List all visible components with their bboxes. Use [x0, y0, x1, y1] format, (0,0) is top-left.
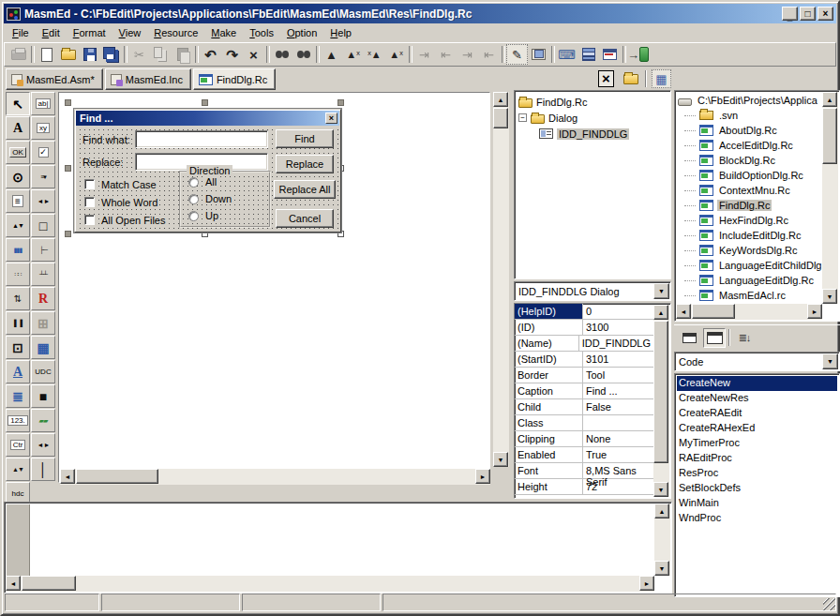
selection-handle[interactable]: [202, 99, 208, 106]
tab-finddlg-rc[interactable]: FindDlg.Rc: [193, 68, 276, 90]
tab-masmed-asm[interactable]: MasmEd.Asm*: [6, 68, 103, 90]
radio-icon[interactable]: [188, 194, 199, 204]
replace-button[interactable]: Replace: [276, 155, 334, 173]
copy-button[interactable]: [150, 44, 172, 65]
scroll-thumb[interactable]: [22, 576, 76, 591]
scroll-up-icon[interactable]: ▲: [653, 305, 668, 320]
resource-tree-root[interactable]: FindDlg.Rc: [518, 94, 670, 110]
trackbar-tool[interactable]: ┴┴: [31, 263, 55, 286]
comment-button[interactable]: ⇥: [457, 44, 478, 65]
project-file-item[interactable]: ContextMnu.Rc: [678, 183, 818, 198]
menu-item[interactable]: Option: [280, 25, 323, 40]
menu-item[interactable]: Format: [67, 25, 112, 40]
chevron-down-icon[interactable]: ▼: [653, 283, 669, 299]
designed-dialog-body[interactable]: Find what: Find Replace: Replace Match C…: [76, 126, 339, 231]
procedure-item[interactable]: WinMain: [677, 496, 837, 511]
folder-up-button[interactable]: [621, 69, 640, 88]
updown-tool[interactable]: ▲▼: [6, 214, 30, 237]
scroll-left-icon[interactable]: ◄: [60, 469, 75, 484]
undo-button[interactable]: ↶: [200, 44, 221, 65]
property-row[interactable]: Enabled True: [515, 447, 670, 463]
scroll-up-icon[interactable]: ▲: [654, 503, 669, 518]
property-row[interactable]: Font 8,MS Sans Serif: [515, 463, 670, 479]
property-row[interactable]: Caption Find ...: [515, 383, 670, 399]
project-file-item[interactable]: AboutDlg.Rc: [678, 123, 818, 138]
editbox-tool[interactable]: ab|: [31, 92, 55, 115]
output-vertical-scrollbar[interactable]: ▲ ▼: [654, 503, 670, 576]
print-button[interactable]: [8, 44, 29, 65]
project-file-item[interactable]: BuildOptionDlg.Rc: [678, 168, 818, 183]
property-value[interactable]: Find ...: [583, 383, 653, 399]
listbox-tool[interactable]: ≡: [6, 189, 30, 213]
project-file-item[interactable]: BlockDlg.Rc: [678, 153, 818, 168]
picture-tool[interactable]: ■: [31, 384, 55, 408]
bookmark-next-button[interactable]: ▲ˣ: [342, 44, 364, 65]
designer-surface[interactable]: Find ... × Find what: Find Replace: Repl…: [58, 92, 490, 483]
property-value[interactable]: True: [583, 447, 653, 463]
canvas-vertical-scrollbar[interactable]: ▲ ▼: [493, 92, 509, 467]
menu-item[interactable]: Help: [323, 25, 358, 40]
direction-radio[interactable]: Down: [188, 191, 269, 206]
canvas-horizontal-scrollbar[interactable]: ◄ ►: [60, 469, 490, 485]
vscrollbar-tool[interactable]: ▲▼: [6, 458, 30, 481]
code-category-combobox[interactable]: Code ▼: [674, 352, 840, 371]
checkbox-icon[interactable]: [84, 215, 95, 225]
procedure-item[interactable]: SetBlockDefs: [677, 481, 837, 496]
scroll-thumb[interactable]: [493, 108, 508, 128]
bookmark-clear-button[interactable]: ▲ˣ: [385, 44, 407, 65]
radio-icon[interactable]: [188, 177, 199, 188]
groupbox-tool[interactable]: xy: [31, 116, 55, 140]
property-value[interactable]: [583, 415, 653, 431]
cut-button[interactable]: ✂: [128, 44, 150, 65]
menu-item[interactable]: Edit: [36, 25, 67, 40]
selection-handle[interactable]: [65, 99, 71, 106]
uncomment-button[interactable]: ⇤: [478, 44, 500, 65]
scroll-up-icon[interactable]: ▲: [493, 92, 508, 107]
menu-item[interactable]: File: [6, 25, 36, 40]
property-value[interactable]: 3101: [583, 352, 653, 368]
bookmark-prev-button[interactable]: ˣ▲: [364, 44, 385, 65]
resource-tree-dialog-node[interactable]: − Dialog: [518, 110, 670, 126]
combobox-tool[interactable]: ≡▾: [31, 165, 55, 188]
selection-handle[interactable]: [338, 99, 344, 106]
procedure-item[interactable]: CreateRAEdit: [677, 406, 837, 421]
file-tree-horizontal-scrollbar[interactable]: ◄ ►: [676, 304, 822, 320]
project-file-item[interactable]: LanguageEditDlg.Rc: [678, 273, 818, 288]
output-editor[interactable]: ▲ ▼ ◄ ►: [4, 502, 672, 593]
run-button[interactable]: →: [627, 44, 649, 65]
scroll-down-icon[interactable]: ▼: [822, 289, 837, 304]
dialog-form-button[interactable]: [599, 44, 621, 65]
scroll-thumb[interactable]: [76, 469, 158, 484]
dialog-grid-toggle[interactable]: ▦: [652, 69, 671, 88]
property-value[interactable]: 8,MS Sans Serif: [583, 463, 653, 479]
scroll-left-icon[interactable]: ◄: [6, 576, 21, 591]
save-all-button[interactable]: [100, 44, 122, 65]
find-button[interactable]: Find: [276, 129, 334, 148]
close-view-button[interactable]: ×: [596, 69, 616, 88]
property-grid-scrollbar[interactable]: ▲ ▼: [653, 305, 669, 497]
colorlist-tool[interactable]: ≣: [6, 384, 30, 408]
scroll-down-icon[interactable]: ▼: [654, 561, 669, 576]
file-tree-vertical-scrollbar[interactable]: ▲ ▼: [822, 92, 838, 304]
header-tool[interactable]: ⊞: [31, 311, 55, 335]
accelerator-editor-button[interactable]: ⌨: [556, 44, 578, 65]
cancel-button[interactable]: Cancel: [276, 209, 334, 228]
tab-masmed-inc[interactable]: MasmEd.Inc: [105, 68, 191, 90]
direction-radio[interactable]: All: [188, 174, 269, 189]
find-next-button[interactable]: [292, 44, 314, 65]
sort-button[interactable]: ≣↓: [733, 328, 756, 348]
scroll-right-icon[interactable]: ►: [807, 304, 822, 319]
radio-icon[interactable]: [188, 211, 199, 221]
checkbox-icon[interactable]: [84, 179, 95, 189]
scroll-right-icon[interactable]: ►: [639, 576, 654, 591]
chevron-down-icon[interactable]: ▼: [822, 353, 838, 369]
maximize-button[interactable]: □: [800, 7, 816, 21]
indent-button[interactable]: ⇥: [413, 44, 435, 65]
property-row[interactable]: (Name) IDD_FINDDLG: [515, 336, 670, 352]
replace-all-button[interactable]: Replace All: [274, 180, 336, 199]
property-row[interactable]: Border Tool: [515, 368, 670, 383]
scroll-down-icon[interactable]: ▼: [653, 482, 668, 497]
checkbox-tool[interactable]: ✓: [31, 141, 55, 164]
designed-dialog-titlebar[interactable]: Find ... ×: [76, 111, 339, 126]
project-file-item[interactable]: .svn: [678, 108, 818, 123]
